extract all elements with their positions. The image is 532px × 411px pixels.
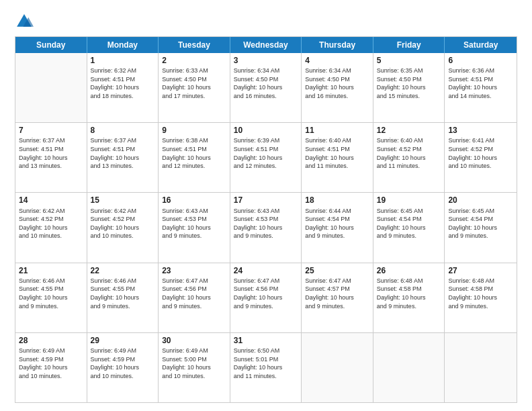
day-number: 21	[19, 265, 83, 276]
calendar-cell: 10Sunrise: 6:39 AM Sunset: 4:51 PM Dayli…	[230, 123, 302, 192]
day-info: Sunrise: 6:44 AM Sunset: 4:54 PM Dayligh…	[305, 207, 369, 240]
logo-icon	[15, 12, 34, 31]
calendar-cell: 2Sunrise: 6:33 AM Sunset: 4:50 PM Daylig…	[159, 53, 230, 122]
calendar-cell: 22Sunrise: 6:46 AM Sunset: 4:55 PM Dayli…	[87, 263, 159, 332]
calendar-cell: 13Sunrise: 6:41 AM Sunset: 4:52 PM Dayli…	[445, 123, 517, 192]
day-number: 6	[448, 55, 513, 66]
day-number: 10	[234, 125, 298, 136]
day-info: Sunrise: 6:37 AM Sunset: 4:51 PM Dayligh…	[19, 136, 83, 170]
day-number: 15	[91, 195, 155, 205]
calendar-cell: 27Sunrise: 6:48 AM Sunset: 4:58 PM Dayli…	[445, 263, 517, 332]
day-info: Sunrise: 6:40 AM Sunset: 4:52 PM Dayligh…	[377, 136, 441, 170]
day-info: Sunrise: 6:42 AM Sunset: 4:52 PM Dayligh…	[19, 207, 83, 240]
calendar-cell: 4Sunrise: 6:34 AM Sunset: 4:50 PM Daylig…	[302, 53, 373, 122]
day-number: 11	[305, 125, 369, 136]
header-day-friday: Friday	[373, 37, 445, 53]
day-info: Sunrise: 6:48 AM Sunset: 4:58 PM Dayligh…	[448, 277, 513, 310]
day-number: 5	[377, 55, 441, 66]
calendar-cell: 9Sunrise: 6:38 AM Sunset: 4:51 PM Daylig…	[159, 123, 230, 192]
calendar-cell: 23Sunrise: 6:47 AM Sunset: 4:56 PM Dayli…	[159, 263, 230, 332]
calendar-cell	[302, 333, 373, 402]
calendar-cell	[373, 333, 445, 402]
calendar-cell: 14Sunrise: 6:42 AM Sunset: 4:52 PM Dayli…	[15, 193, 87, 262]
day-info: Sunrise: 6:48 AM Sunset: 4:58 PM Dayligh…	[377, 277, 441, 310]
calendar-cell: 8Sunrise: 6:37 AM Sunset: 4:51 PM Daylig…	[87, 123, 159, 192]
day-number: 13	[448, 125, 513, 136]
header-day-tuesday: Tuesday	[159, 37, 230, 53]
calendar-cell: 24Sunrise: 6:47 AM Sunset: 4:56 PM Dayli…	[230, 263, 302, 332]
day-number: 2	[162, 55, 226, 66]
calendar-row-2: 14Sunrise: 6:42 AM Sunset: 4:52 PM Dayli…	[15, 192, 517, 262]
day-number: 20	[448, 195, 513, 205]
day-number: 22	[91, 265, 155, 276]
day-number: 17	[234, 195, 298, 205]
day-info: Sunrise: 6:33 AM Sunset: 4:50 PM Dayligh…	[162, 66, 226, 100]
day-number: 27	[448, 265, 513, 276]
day-number: 29	[91, 335, 155, 346]
day-number: 3	[234, 55, 298, 66]
header-day-saturday: Saturday	[445, 37, 517, 53]
day-info: Sunrise: 6:43 AM Sunset: 4:53 PM Dayligh…	[162, 207, 226, 240]
day-info: Sunrise: 6:49 AM Sunset: 5:00 PM Dayligh…	[162, 347, 226, 380]
calendar: SundayMondayTuesdayWednesdayThursdayFrid…	[15, 36, 517, 403]
day-info: Sunrise: 6:43 AM Sunset: 4:53 PM Dayligh…	[234, 207, 298, 240]
day-info: Sunrise: 6:46 AM Sunset: 4:55 PM Dayligh…	[19, 277, 83, 310]
calendar-cell: 18Sunrise: 6:44 AM Sunset: 4:54 PM Dayli…	[302, 193, 373, 262]
day-number: 14	[19, 195, 83, 205]
day-number: 24	[234, 265, 298, 276]
logo	[15, 12, 36, 31]
day-info: Sunrise: 6:49 AM Sunset: 4:59 PM Dayligh…	[91, 347, 155, 380]
day-info: Sunrise: 6:34 AM Sunset: 4:50 PM Dayligh…	[305, 66, 369, 100]
day-info: Sunrise: 6:45 AM Sunset: 4:54 PM Dayligh…	[448, 207, 513, 240]
day-info: Sunrise: 6:47 AM Sunset: 4:56 PM Dayligh…	[162, 277, 226, 310]
day-number: 8	[91, 125, 155, 136]
calendar-cell: 29Sunrise: 6:49 AM Sunset: 4:59 PM Dayli…	[87, 333, 159, 402]
day-info: Sunrise: 6:39 AM Sunset: 4:51 PM Dayligh…	[234, 136, 298, 170]
calendar-cell: 19Sunrise: 6:45 AM Sunset: 4:54 PM Dayli…	[373, 193, 445, 262]
calendar-header: SundayMondayTuesdayWednesdayThursdayFrid…	[15, 37, 517, 53]
calendar-cell: 3Sunrise: 6:34 AM Sunset: 4:50 PM Daylig…	[230, 53, 302, 122]
day-info: Sunrise: 6:46 AM Sunset: 4:55 PM Dayligh…	[91, 277, 155, 310]
day-number: 31	[234, 335, 298, 346]
day-info: Sunrise: 6:41 AM Sunset: 4:52 PM Dayligh…	[448, 136, 513, 170]
calendar-cell: 26Sunrise: 6:48 AM Sunset: 4:58 PM Dayli…	[373, 263, 445, 332]
day-number: 18	[305, 195, 369, 205]
day-info: Sunrise: 6:47 AM Sunset: 4:56 PM Dayligh…	[234, 277, 298, 310]
calendar-cell: 28Sunrise: 6:49 AM Sunset: 4:59 PM Dayli…	[15, 333, 87, 402]
day-info: Sunrise: 6:50 AM Sunset: 5:01 PM Dayligh…	[234, 347, 298, 380]
calendar-cell: 17Sunrise: 6:43 AM Sunset: 4:53 PM Dayli…	[230, 193, 302, 262]
day-number: 1	[91, 55, 155, 66]
day-number: 4	[305, 55, 369, 66]
calendar-cell: 30Sunrise: 6:49 AM Sunset: 5:00 PM Dayli…	[159, 333, 230, 402]
calendar-row-1: 7Sunrise: 6:37 AM Sunset: 4:51 PM Daylig…	[15, 122, 517, 192]
page: SundayMondayTuesdayWednesdayThursdayFrid…	[0, 0, 532, 411]
day-info: Sunrise: 6:35 AM Sunset: 4:50 PM Dayligh…	[377, 66, 441, 100]
calendar-row-4: 28Sunrise: 6:49 AM Sunset: 4:59 PM Dayli…	[15, 332, 517, 402]
calendar-cell: 12Sunrise: 6:40 AM Sunset: 4:52 PM Dayli…	[373, 123, 445, 192]
header	[15, 12, 517, 31]
calendar-cell: 20Sunrise: 6:45 AM Sunset: 4:54 PM Dayli…	[445, 193, 517, 262]
calendar-cell: 16Sunrise: 6:43 AM Sunset: 4:53 PM Dayli…	[159, 193, 230, 262]
calendar-cell	[15, 53, 87, 122]
day-number: 7	[19, 125, 83, 136]
day-info: Sunrise: 6:37 AM Sunset: 4:51 PM Dayligh…	[91, 136, 155, 170]
day-number: 26	[377, 265, 441, 276]
header-day-monday: Monday	[87, 37, 159, 53]
header-day-thursday: Thursday	[302, 37, 373, 53]
calendar-cell: 21Sunrise: 6:46 AM Sunset: 4:55 PM Dayli…	[15, 263, 87, 332]
day-info: Sunrise: 6:42 AM Sunset: 4:52 PM Dayligh…	[91, 207, 155, 240]
calendar-cell: 25Sunrise: 6:47 AM Sunset: 4:57 PM Dayli…	[302, 263, 373, 332]
header-day-sunday: Sunday	[15, 37, 87, 53]
day-info: Sunrise: 6:45 AM Sunset: 4:54 PM Dayligh…	[377, 207, 441, 240]
day-info: Sunrise: 6:36 AM Sunset: 4:51 PM Dayligh…	[448, 66, 513, 100]
day-number: 12	[377, 125, 441, 136]
calendar-row-3: 21Sunrise: 6:46 AM Sunset: 4:55 PM Dayli…	[15, 263, 517, 332]
day-number: 9	[162, 125, 226, 136]
day-info: Sunrise: 6:38 AM Sunset: 4:51 PM Dayligh…	[162, 136, 226, 170]
day-number: 16	[162, 195, 226, 205]
calendar-cell: 1Sunrise: 6:32 AM Sunset: 4:51 PM Daylig…	[87, 53, 159, 122]
day-number: 23	[162, 265, 226, 276]
day-number: 19	[377, 195, 441, 205]
calendar-cell: 7Sunrise: 6:37 AM Sunset: 4:51 PM Daylig…	[15, 123, 87, 192]
day-info: Sunrise: 6:49 AM Sunset: 4:59 PM Dayligh…	[19, 347, 83, 380]
